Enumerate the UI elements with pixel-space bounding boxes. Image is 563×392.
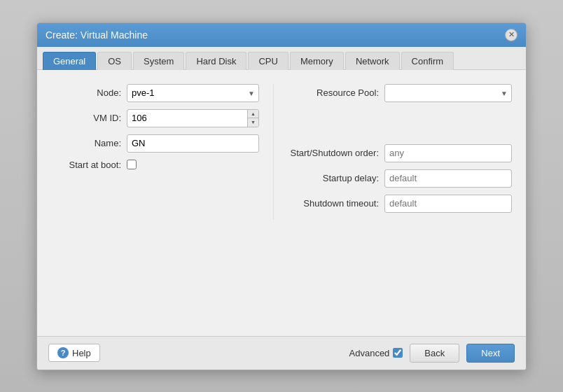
dialog-footer: ? Help Advanced Back Next bbox=[37, 336, 526, 370]
resource-pool-select-wrapper: ▼ bbox=[384, 84, 512, 102]
tab-confirm[interactable]: Confirm bbox=[401, 52, 454, 70]
next-button[interactable]: Next bbox=[466, 344, 515, 363]
create-vm-dialog: Create: Virtual Machine ✕ General OS Sys… bbox=[36, 22, 527, 370]
start-shutdown-row: Start/Shutdown order: bbox=[288, 144, 512, 162]
vm-id-row: VM ID: 106 ▲ ▼ bbox=[51, 109, 259, 127]
tab-general[interactable]: General bbox=[43, 52, 96, 70]
tab-bar: General OS System Hard Disk CPU Memory N… bbox=[37, 47, 526, 70]
tab-network[interactable]: Network bbox=[345, 52, 400, 70]
vm-id-decrement[interactable]: ▼ bbox=[248, 118, 258, 127]
startup-delay-input[interactable] bbox=[384, 169, 512, 188]
help-label: Help bbox=[72, 348, 91, 358]
dialog-title: Create: Virtual Machine bbox=[46, 29, 148, 41]
vm-id-label: VM ID: bbox=[51, 113, 121, 123]
shutdown-timeout-label: Shutdown timeout: bbox=[288, 198, 379, 209]
advanced-label[interactable]: Advanced bbox=[349, 348, 403, 358]
left-form-section: Node: pve-1 ▼ VM ID: 106 bbox=[51, 84, 259, 220]
resource-pool-select[interactable] bbox=[384, 84, 512, 102]
startup-delay-row: Startup delay: bbox=[288, 169, 512, 188]
help-button[interactable]: ? Help bbox=[48, 344, 100, 362]
tab-os[interactable]: OS bbox=[97, 52, 132, 70]
name-input[interactable]: GN bbox=[127, 134, 259, 153]
dialog-header: Create: Virtual Machine ✕ bbox=[37, 23, 526, 47]
node-select-wrapper: pve-1 ▼ bbox=[127, 84, 259, 102]
start-at-boot-row: Start at boot: bbox=[51, 160, 259, 170]
node-label: Node: bbox=[51, 88, 121, 98]
footer-left: ? Help bbox=[48, 344, 100, 362]
close-button[interactable]: ✕ bbox=[505, 29, 517, 41]
tab-memory[interactable]: Memory bbox=[290, 52, 344, 70]
vm-id-spinner: ▲ ▼ bbox=[247, 110, 258, 127]
back-button[interactable]: Back bbox=[410, 344, 459, 363]
startup-delay-label: Startup delay: bbox=[288, 173, 379, 183]
right-form-section: Resource Pool: ▼ Start/Shutdown order: bbox=[273, 84, 512, 220]
dialog-body: Node: pve-1 ▼ VM ID: 106 bbox=[37, 70, 526, 336]
start-at-boot-checkbox[interactable] bbox=[127, 160, 137, 169]
name-row: Name: GN bbox=[51, 134, 259, 153]
vm-id-input[interactable]: 106 bbox=[127, 109, 259, 127]
advanced-checkbox[interactable] bbox=[393, 348, 403, 358]
tab-system[interactable]: System bbox=[133, 52, 184, 70]
node-select[interactable]: pve-1 bbox=[127, 84, 259, 102]
resource-pool-row: Resource Pool: ▼ bbox=[288, 84, 512, 102]
shutdown-timeout-row: Shutdown timeout: bbox=[288, 195, 512, 213]
start-shutdown-label: Start/Shutdown order: bbox=[288, 148, 379, 158]
advanced-text: Advanced bbox=[349, 348, 390, 358]
vm-id-wrapper: 106 ▲ ▼ bbox=[127, 109, 259, 127]
node-row: Node: pve-1 ▼ bbox=[51, 84, 259, 102]
tab-cpu[interactable]: CPU bbox=[248, 52, 288, 70]
resource-pool-label: Resource Pool: bbox=[288, 88, 379, 98]
start-shutdown-input[interactable] bbox=[384, 144, 512, 162]
footer-right: Advanced Back Next bbox=[349, 344, 515, 363]
help-icon: ? bbox=[57, 347, 69, 358]
name-label: Name: bbox=[51, 138, 121, 148]
start-at-boot-label: Start at boot: bbox=[51, 160, 121, 170]
vm-id-increment[interactable]: ▲ bbox=[248, 110, 258, 119]
shutdown-timeout-input[interactable] bbox=[384, 195, 512, 213]
close-icon: ✕ bbox=[508, 31, 515, 38]
tab-hard-disk[interactable]: Hard Disk bbox=[186, 52, 246, 70]
